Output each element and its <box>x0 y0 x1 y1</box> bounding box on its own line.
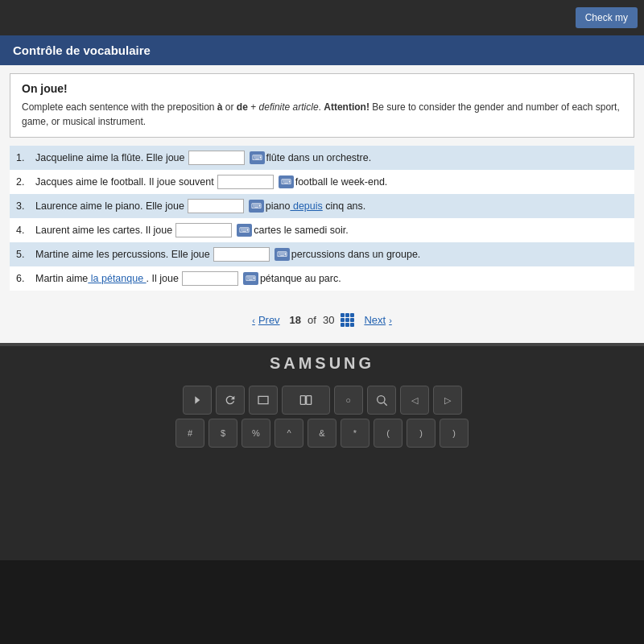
svg-line-3 <box>384 402 387 406</box>
q4-number: 4. <box>16 222 32 238</box>
question-row-1: 1. Jacqueline aime la flûte. Elle joue ⌨… <box>10 146 634 170</box>
key-close-paren2[interactable]: ) <box>440 419 469 448</box>
q4-keyboard-icon: ⌨ <box>237 224 252 237</box>
next-chevron-icon: › <box>389 316 392 325</box>
q3-number: 3. <box>16 198 32 214</box>
q4-text-before: Laurent aime les cartes. Il joue <box>35 222 172 238</box>
q3-text-mid: piano <box>266 198 291 214</box>
key-close-paren[interactable]: ) <box>407 419 436 448</box>
q6-input[interactable] <box>182 271 238 286</box>
q2-number: 2. <box>16 174 32 190</box>
q5-text-after: percussions dans un groupe. <box>291 246 421 262</box>
q2-keyboard-icon: ⌨ <box>279 175 294 188</box>
key-hash[interactable]: # <box>175 419 204 448</box>
q6-text-mid: . Il joue <box>147 270 179 287</box>
question-row-4: 4. Laurent aime les cartes. Il joue ⌨ ca… <box>10 218 634 242</box>
of-label: of <box>308 314 316 326</box>
instructions-box: On joue! Complete each sentence with the… <box>10 73 634 138</box>
key-open-paren[interactable]: ( <box>374 419 402 448</box>
q1-text-after: flûte dans un orchestre. <box>266 150 372 166</box>
question-row-3: 3. Laurence aime le piano. Elle joue ⌨ p… <box>10 194 634 218</box>
exercise-container: Contrôle de vocabulaire On joue! Complet… <box>0 35 644 343</box>
question-row-5: 5. Martine aime les percussions. Elle jo… <box>10 242 634 266</box>
q4-text-after: cartes le samedi soir. <box>254 222 348 238</box>
svg-rect-0 <box>300 396 305 405</box>
q1-text-before: Jacqueline aime la flûte. Elle joue <box>35 150 185 166</box>
samsung-logo: SAMSUNG <box>270 354 374 373</box>
q6-keyboard-icon: ⌨ <box>243 272 258 285</box>
top-bar: Check my <box>0 0 644 35</box>
svg-point-2 <box>377 396 384 403</box>
current-page: 18 <box>290 314 301 326</box>
key-splitscreen[interactable] <box>282 386 330 415</box>
q5-input[interactable] <box>213 247 270 262</box>
exercise-title: Contrôle de vocabulaire <box>13 43 151 57</box>
exercise-subtitle: On joue! <box>22 82 622 95</box>
q5-number: 5. <box>16 246 32 262</box>
check-my-button[interactable]: Check my <box>576 7 638 28</box>
key-percent[interactable]: % <box>242 419 270 448</box>
q6-number: 6. <box>16 270 32 287</box>
question-row-2: 2. Jacques aime le football. Il joue sou… <box>10 170 634 194</box>
q6-text-after: pétanque au parc. <box>260 270 341 287</box>
q4-input[interactable] <box>175 223 232 237</box>
prev-chevron-icon: ‹ <box>252 316 255 325</box>
navigation-bar: ‹ Prev 18 of 30 Next › <box>0 297 644 343</box>
keyboard: ○ ◁ ▷ # $ % ^ & * ( ) ) <box>0 386 644 448</box>
q5-text-before: Martine aime les percussions. Elle joue <box>35 246 210 262</box>
key-brightness-down[interactable]: ◁ <box>400 386 429 415</box>
laptop-body: SAMSUNG ○ ◁ ▷ <box>0 343 644 560</box>
keyboard-row-1: ○ ◁ ▷ <box>183 386 462 415</box>
next-label: Next <box>364 314 386 326</box>
next-button[interactable]: Next › <box>364 314 391 326</box>
keyboard-row-2: # $ % ^ & * ( ) ) <box>175 419 469 448</box>
q3-text-before: Laurence aime le piano. Elle joue <box>35 198 184 214</box>
key-asterisk[interactable]: * <box>341 419 369 448</box>
q3-text-after: cinq ans. <box>323 198 366 214</box>
key-search[interactable] <box>367 386 396 415</box>
key-window[interactable] <box>249 386 278 415</box>
questions-area: 1. Jacqueline aime la flûte. Elle joue ⌨… <box>10 146 634 291</box>
q1-keyboard-icon: ⌨ <box>250 151 265 164</box>
q3-link-depuis: depuis <box>290 198 322 214</box>
page-info: 18 of 30 <box>290 313 355 327</box>
grid-view-icon[interactable] <box>341 313 354 327</box>
total-pages: 30 <box>323 314 334 326</box>
screen-area: Contrôle de vocabulaire On joue! Complet… <box>0 35 644 343</box>
key-arrow[interactable] <box>183 386 212 415</box>
q3-keyboard-icon: ⌨ <box>249 200 264 213</box>
q6-text-before: Martin aime <box>35 270 88 287</box>
q2-text-after: football le week-end. <box>295 174 388 190</box>
q2-input[interactable] <box>217 175 274 189</box>
prev-button[interactable]: ‹ Prev <box>252 314 279 326</box>
key-refresh[interactable] <box>216 386 245 415</box>
q1-input[interactable] <box>188 151 245 165</box>
exercise-title-bar: Contrôle de vocabulaire <box>0 35 644 65</box>
q2-text-before: Jacques aime le football. Il joue souven… <box>35 174 214 190</box>
key-ampersand[interactable]: & <box>308 419 336 448</box>
svg-rect-1 <box>306 396 311 405</box>
q5-keyboard-icon: ⌨ <box>275 248 290 261</box>
instructions-text: Complete each sentence with the preposit… <box>22 100 622 129</box>
key-dollar[interactable]: $ <box>208 419 237 448</box>
q6-link-petanque: la pétanque <box>88 270 146 287</box>
key-circle[interactable]: ○ <box>334 386 363 415</box>
q1-number: 1. <box>16 150 32 166</box>
q3-input[interactable] <box>188 199 244 213</box>
key-caret[interactable]: ^ <box>275 419 303 448</box>
question-row-6: 6. Martin aime la pétanque . Il joue ⌨ p… <box>10 266 634 291</box>
prev-label: Prev <box>258 314 280 326</box>
key-brightness-up[interactable]: ▷ <box>433 386 462 415</box>
